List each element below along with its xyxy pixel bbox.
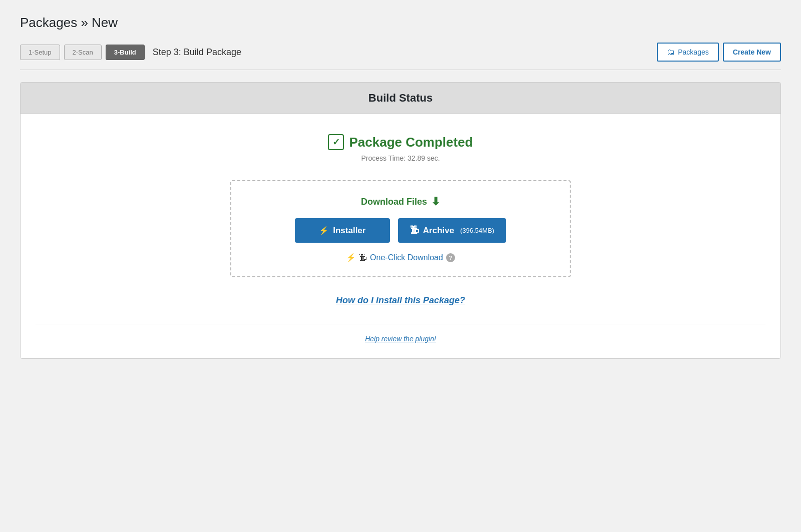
step-bar: 1-Setup 2-Scan 3-Build Step 3: Build Pac…	[20, 43, 781, 70]
review-section: Help review the plugin!	[36, 334, 765, 343]
process-time: Process Time: 32.89 sec.	[36, 154, 765, 162]
download-section: Download Files ⬇ ⚡ Installer 🗜 Archive (…	[230, 180, 571, 277]
completion-text: Package Completed	[349, 135, 473, 150]
bolt-icon-oneclick: ⚡	[346, 253, 356, 262]
archive-file-icon: 🗜	[410, 225, 419, 236]
download-buttons: ⚡ Installer 🗜 Archive (396.54MB)	[246, 218, 555, 243]
install-help-section: How do I install this Package?	[36, 295, 765, 306]
build-status-title: Build Status	[30, 92, 771, 105]
packages-button[interactable]: 🗂 Packages	[657, 43, 718, 62]
installer-button[interactable]: ⚡ Installer	[295, 218, 390, 243]
card-header: Build Status	[21, 83, 780, 114]
archive-size: (396.54MB)	[460, 227, 494, 234]
card-body: ✓ Package Completed Process Time: 32.89 …	[21, 114, 780, 358]
step-1-button[interactable]: 1-Setup	[20, 45, 60, 60]
step-description: Step 3: Build Package	[153, 47, 653, 58]
check-icon: ✓	[328, 134, 344, 150]
help-icon[interactable]: ?	[446, 253, 455, 262]
main-card: Build Status ✓ Package Completed Process…	[20, 82, 781, 359]
file-icon-oneclick: 🗜	[359, 253, 367, 262]
completion-section: ✓ Package Completed Process Time: 32.89 …	[36, 134, 765, 162]
archive-button[interactable]: 🗜 Archive (396.54MB)	[398, 218, 506, 243]
download-arrow-icon: ⬇	[431, 195, 440, 208]
download-title: Download Files ⬇	[246, 195, 555, 208]
create-new-button[interactable]: Create New	[723, 43, 781, 62]
packages-icon: 🗂	[667, 48, 675, 57]
one-click-download-link[interactable]: One-Click Download	[370, 253, 443, 262]
divider	[36, 324, 765, 324]
completion-title-row: ✓ Package Completed	[36, 134, 765, 150]
one-click-download-row: ⚡ 🗜 One-Click Download ?	[246, 253, 555, 262]
install-help-link[interactable]: How do I install this Package?	[336, 295, 465, 305]
header-actions: 🗂 Packages Create New	[657, 43, 781, 62]
review-plugin-link[interactable]: Help review the plugin!	[365, 335, 436, 343]
step-2-button[interactable]: 2-Scan	[64, 45, 102, 60]
bolt-icon-installer: ⚡	[319, 226, 329, 235]
page-title: Packages » New	[20, 15, 781, 31]
step-3-button[interactable]: 3-Build	[106, 45, 145, 60]
